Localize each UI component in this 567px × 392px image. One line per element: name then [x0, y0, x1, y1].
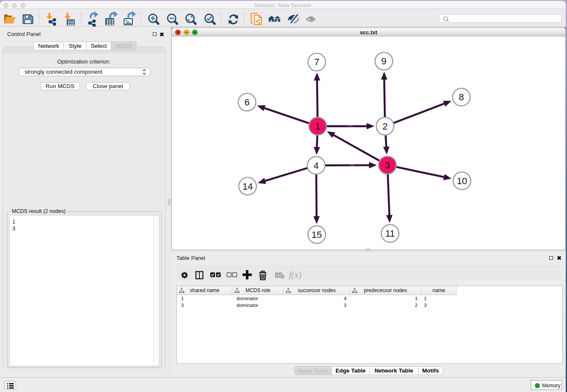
- svg-text:6: 6: [245, 97, 250, 108]
- svg-text:14: 14: [242, 181, 253, 192]
- svg-text:f(x): f(x): [289, 270, 301, 280]
- svg-text:1: 1: [315, 121, 320, 132]
- svg-text:9: 9: [381, 56, 386, 66]
- svg-text:7: 7: [314, 57, 319, 67]
- svg-text:15: 15: [311, 229, 322, 240]
- svg-text:8: 8: [459, 92, 464, 102]
- svg-text:3: 3: [385, 160, 390, 171]
- svg-text:10: 10: [457, 176, 467, 186]
- svg-text:11: 11: [385, 228, 395, 239]
- svg-text:2: 2: [383, 121, 388, 132]
- svg-text:4: 4: [314, 160, 319, 171]
